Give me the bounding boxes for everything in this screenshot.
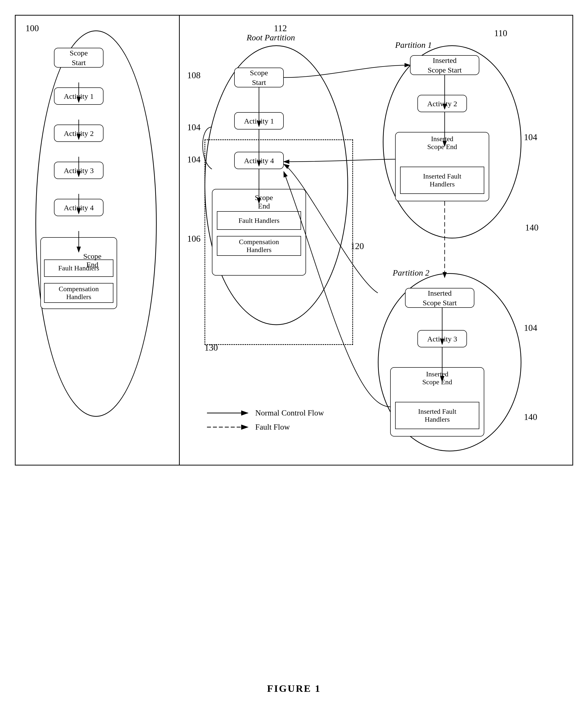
legend-normal-flow: Normal Control Flow (207, 408, 324, 417)
label-140-2: 140 (524, 412, 537, 422)
legend-normal-flow-label: Normal Control Flow (255, 408, 324, 417)
left-activity3-node: Activity 3 (54, 162, 104, 179)
left-activity2-node: Activity 2 (54, 125, 104, 142)
right-section: 112 Root Partition 108 104 104 106 130 1… (180, 16, 574, 466)
label-104-p1: 104 (524, 132, 537, 142)
legend-fault-flow-label: Fault Flow (255, 422, 290, 432)
label-110-1: 110 (494, 28, 507, 38)
left-activity1-node: Activity 1 (54, 87, 104, 105)
root-activity1-node: Activity 1 (234, 112, 284, 129)
label-106: 106 (187, 233, 201, 244)
label-partition2: Partition 2 (393, 268, 429, 277)
p1-inserted-scope-start-node: Inserted Scope Start (410, 55, 479, 75)
p2-activity3-node: Activity 3 (417, 330, 467, 347)
dashed-box (205, 139, 353, 345)
label-140-1: 140 (525, 222, 539, 233)
label-104-1: 104 (187, 122, 201, 132)
label-100: 100 (25, 23, 39, 34)
label-108: 108 (187, 70, 201, 81)
left-compensation-handlers: Compensation Handlers (44, 283, 113, 303)
root-scope-start-node: Scope Start (234, 68, 284, 87)
p1-activity2-node: Activity 2 (417, 95, 467, 112)
left-activity4-node: Activity 4 (54, 199, 104, 216)
p2-inserted-scope-start-node: Inserted Scope Start (405, 288, 474, 308)
label-104-2: 104 (187, 154, 201, 165)
p1-scope-end-title: Inserted Scope End (398, 135, 487, 151)
p1-inserted-fault-handlers: Inserted Fault Handlers (400, 167, 484, 194)
p2-scope-end-title: Inserted Scope End (393, 370, 482, 386)
p2-inserted-fault-handlers: Inserted Fault Handlers (395, 402, 479, 429)
left-section: 100 Scope Start Activity 1 Activity 2 Ac… (16, 16, 179, 466)
legend: Normal Control Flow Fault Flow (207, 408, 324, 436)
label-112: 112 (274, 23, 287, 34)
left-scope-start-node: Scope Start (54, 48, 104, 68)
figure-label: FIGURE 1 (0, 683, 588, 694)
label-104-p2: 104 (524, 323, 537, 333)
label-root-partition: Root Partition (247, 33, 295, 42)
left-fault-handlers: Fault Handlers (44, 260, 113, 277)
label-partition1: Partition 1 (395, 40, 432, 50)
legend-fault-flow: Fault Flow (207, 422, 324, 432)
